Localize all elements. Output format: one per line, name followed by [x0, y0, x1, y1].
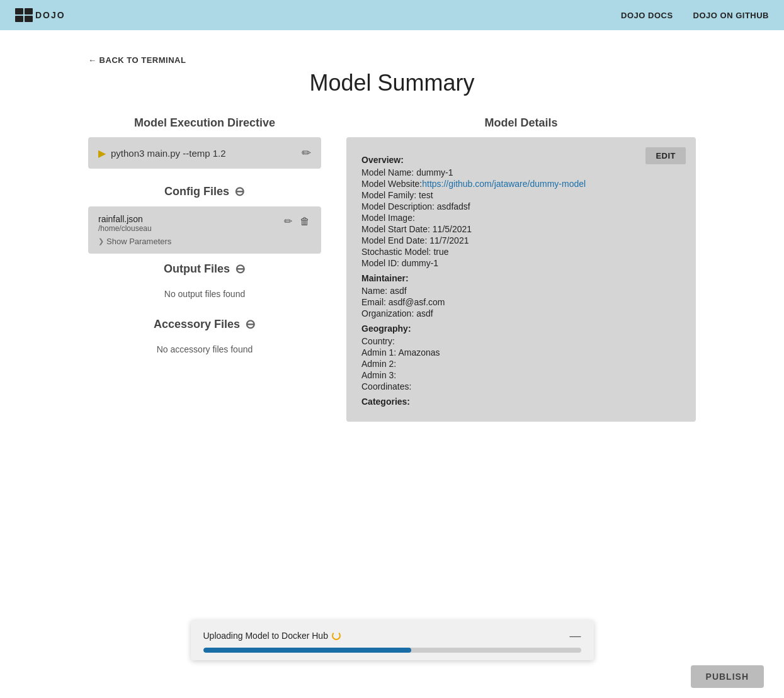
output-files-section-header: Output Files ⊖ — [88, 261, 321, 276]
output-files-collapse-icon[interactable]: ⊖ — [235, 261, 246, 276]
country-label: Country: — [361, 336, 395, 346]
back-to-terminal-link[interactable]: ← BACK TO TERMINAL — [88, 55, 696, 65]
directive-arrow-icon: ▶ — [98, 147, 106, 159]
model-start-date-value: 11/5/2021 — [433, 224, 472, 234]
model-id-line: Model ID: dummy-1 — [361, 258, 681, 268]
directive-command: python3 main.py --temp 1.2 — [111, 148, 226, 159]
stochastic-label: Stochastic Model: — [361, 247, 431, 257]
two-col-layout: Model Execution Directive ▶ python3 main… — [88, 116, 696, 422]
stochastic-value: true — [433, 247, 448, 257]
maintainer-email-value: asdf@asf.com — [389, 297, 445, 307]
model-end-date-line: Model End Date: 11/7/2021 — [361, 235, 681, 245]
show-params-arrow-icon: ❯ — [98, 237, 104, 245]
logo: DOJO — [15, 8, 65, 22]
no-output-files-message: No output files found — [88, 284, 321, 304]
maintainer-name-label: Name: — [361, 286, 387, 296]
config-file-edit-button[interactable]: ✏ — [283, 214, 293, 228]
model-website-link[interactable]: https://github.com/jataware/dummy-model — [422, 179, 586, 189]
edit-model-button[interactable]: EDIT — [645, 147, 686, 164]
accessory-files-section-header: Accessory Files ⊖ — [88, 317, 321, 332]
model-end-date-value: 11/7/2021 — [429, 235, 469, 245]
logo-text: DOJO — [35, 10, 65, 20]
model-name-value: dummy-1 — [416, 167, 453, 177]
show-params-label: Show Parameters — [106, 237, 171, 246]
model-description-value: asdfadsf — [437, 201, 470, 211]
upload-title-text: Uploading Model to Docker Hub — [203, 631, 328, 641]
maintainer-name-value: asdf — [390, 286, 406, 296]
model-id-label: Model ID: — [361, 258, 399, 268]
stochastic-model-line: Stochastic Model: true — [361, 247, 681, 257]
admin2-label: Admin 2: — [361, 359, 396, 369]
model-name-label: Model Name: — [361, 167, 414, 177]
header-nav: DOJO DOCS DOJO ON GITHUB — [621, 11, 769, 20]
upload-bar-header: Uploading Model to Docker Hub — — [203, 630, 581, 641]
model-image-line: Model Image: — [361, 213, 681, 223]
maintainer-name-line: Name: asdf — [361, 286, 681, 296]
config-file-row: rainfall.json /home/clouseau ✏ 🗑 — [98, 214, 311, 233]
model-end-date-label: Model End Date: — [361, 235, 427, 245]
config-files-collapse-icon[interactable]: ⊖ — [234, 184, 245, 199]
publish-button[interactable]: PUBLISH — [691, 665, 764, 688]
model-details-box: EDIT Overview: Model Name: dummy-1 Model… — [346, 137, 696, 422]
config-file-actions: ✏ 🗑 — [283, 214, 311, 228]
maintainer-org-value: asdf — [416, 308, 433, 318]
model-family-line: Model Family: test — [361, 190, 681, 200]
nav-dojo-docs[interactable]: DOJO DOCS — [621, 11, 673, 20]
nav-dojo-github[interactable]: DOJO ON GITHUB — [693, 11, 769, 20]
admin3-line: Admin 3: — [361, 370, 681, 380]
config-files-title: Config Files — [164, 185, 229, 198]
upload-progress-track — [203, 648, 581, 653]
logo-icon — [15, 8, 33, 22]
model-details-section-header: Model Details — [346, 116, 696, 130]
model-description-line: Model Description: asdfadsf — [361, 201, 681, 211]
config-file-info: rainfall.json /home/clouseau — [98, 214, 152, 233]
admin1-label: Admin 1: — [361, 347, 396, 357]
config-file-path: /home/clouseau — [98, 224, 152, 233]
model-website-line: Model Website:https://github.com/jatawar… — [361, 179, 681, 189]
config-file-name: rainfall.json — [98, 214, 152, 224]
model-image-label: Model Image: — [361, 213, 415, 223]
upload-spinner-icon — [332, 631, 341, 640]
config-file-delete-button[interactable]: 🗑 — [298, 215, 311, 228]
geography-label: Geography: — [361, 324, 681, 334]
accessory-files-title: Accessory Files — [154, 318, 240, 331]
model-website-label: Model Website: — [361, 179, 422, 189]
model-details-title: Model Details — [484, 116, 557, 129]
admin1-value: Amazonas — [398, 347, 440, 357]
model-id-value: dummy-1 — [402, 258, 438, 268]
config-file-item: rainfall.json /home/clouseau ✏ 🗑 ❯ Show … — [88, 206, 321, 254]
categories-label: Categories: — [361, 397, 681, 407]
upload-progress-container: Uploading Model to Docker Hub — — [191, 620, 594, 660]
maintainer-org-line: Organization: asdf — [361, 308, 681, 318]
maintainer-label: Maintainer: — [361, 273, 681, 283]
admin1-line: Admin 1: Amazonas — [361, 347, 681, 357]
header: DOJO DOJO DOCS DOJO ON GITHUB — [0, 0, 784, 30]
page-title: Model Summary — [88, 70, 696, 96]
upload-progress-fill — [203, 648, 411, 653]
model-description-label: Model Description: — [361, 201, 435, 211]
maintainer-email-line: Email: asdf@asf.com — [361, 297, 681, 307]
left-column: Model Execution Directive ▶ python3 main… — [88, 116, 321, 359]
right-column: Model Details EDIT Overview: Model Name:… — [346, 116, 696, 422]
model-start-date-label: Model Start Date: — [361, 224, 430, 234]
overview-label: Overview: — [361, 155, 681, 165]
config-files-section-header: Config Files ⊖ — [88, 184, 321, 199]
country-line: Country: — [361, 336, 681, 346]
coordinates-line: Coordinates: — [361, 381, 681, 391]
upload-minimize-button[interactable]: — — [570, 630, 581, 641]
model-start-date-line: Model Start Date: 11/5/2021 — [361, 224, 681, 234]
directive-edit-button[interactable]: ✏ — [302, 146, 311, 160]
admin3-label: Admin 3: — [361, 370, 396, 380]
directive-section-title: Model Execution Directive — [134, 116, 275, 130]
directive-section-header: Model Execution Directive — [88, 116, 321, 130]
no-accessory-files-message: No accessory files found — [88, 339, 321, 359]
model-name-line: Model Name: dummy-1 — [361, 167, 681, 177]
maintainer-email-label: Email: — [361, 297, 386, 307]
show-parameters-toggle[interactable]: ❯ Show Parameters — [98, 237, 311, 246]
output-files-title: Output Files — [164, 262, 230, 276]
admin2-line: Admin 2: — [361, 359, 681, 369]
accessory-files-collapse-icon[interactable]: ⊖ — [245, 317, 256, 332]
directive-box: ▶ python3 main.py --temp 1.2 ✏ — [88, 137, 321, 169]
upload-bar-title: Uploading Model to Docker Hub — [203, 631, 341, 641]
coordinates-label: Coordinates: — [361, 381, 411, 391]
